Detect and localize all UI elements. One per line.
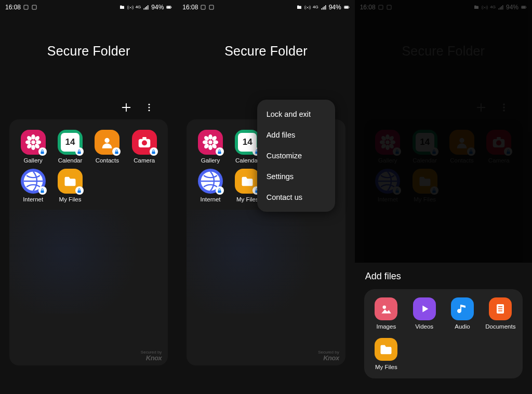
filetype-label: Documents bbox=[485, 323, 515, 330]
more-button[interactable] bbox=[143, 101, 155, 114]
signal-icon bbox=[143, 4, 149, 10]
network-label: 4G bbox=[313, 5, 318, 9]
app-card: Gallery14CalendarContactsCameraInternetM… bbox=[9, 119, 168, 365]
filetype-my-files[interactable]: My Files bbox=[367, 338, 405, 370]
menu-item-contact-us[interactable]: Contact us bbox=[257, 187, 335, 208]
secure-folder-status-icon bbox=[296, 4, 302, 10]
lock-badge-icon bbox=[38, 147, 47, 156]
battery-pct: 94% bbox=[329, 4, 341, 11]
app-gallery[interactable]: Gallery bbox=[192, 130, 229, 164]
screenshot2-icon bbox=[208, 4, 215, 10]
app-label: Gallery bbox=[201, 157, 220, 164]
screenshot-icon bbox=[23, 4, 29, 10]
cal14-icon: 14 bbox=[58, 130, 83, 155]
page-title: Secure Folder bbox=[177, 44, 354, 59]
battery-pct: 94% bbox=[151, 4, 164, 11]
app-calendar[interactable]: 14Calendar bbox=[51, 130, 88, 164]
add-files-sheet: Add files ImagesVideosAudioDocumentsMy F… bbox=[355, 263, 532, 394]
filetype-audio[interactable]: Audio bbox=[443, 297, 481, 330]
app-label: My Files bbox=[236, 196, 259, 202]
hotspot-icon bbox=[127, 4, 134, 10]
panel-1: 16:08 4G 94% Secure Folder Gallery14Cale… bbox=[0, 0, 177, 394]
lock-badge-icon bbox=[75, 147, 84, 156]
filetype-documents[interactable]: Documents bbox=[482, 297, 520, 330]
flower-icon bbox=[198, 130, 223, 155]
hotspot-icon bbox=[304, 4, 311, 10]
lock-badge-icon bbox=[75, 186, 84, 195]
filetype-label: My Files bbox=[375, 364, 397, 370]
panel-2: 16:08 4G 94% Secure Folder Gallery14Cale… bbox=[177, 0, 354, 394]
overflow-menu: Lock and exitAdd filesCustomizeSettingsC… bbox=[257, 100, 335, 212]
page-title: Secure Folder bbox=[0, 44, 177, 59]
menu-item-customize[interactable]: Customize bbox=[257, 145, 335, 166]
screenshot2-icon bbox=[31, 4, 37, 10]
menu-item-lock-and-exit[interactable]: Lock and exit bbox=[257, 104, 335, 125]
battery-icon bbox=[343, 4, 350, 10]
status-bar: 16:08 4G 94% bbox=[177, 0, 354, 15]
app-my-files[interactable]: My Files bbox=[51, 169, 88, 202]
filetype-label: Images bbox=[376, 323, 396, 330]
lock-badge-icon bbox=[112, 147, 121, 156]
app-label: Calendar bbox=[235, 157, 260, 164]
app-gallery[interactable]: Gallery bbox=[15, 130, 51, 164]
flower-icon bbox=[21, 130, 46, 155]
lock-badge-icon bbox=[150, 147, 158, 156]
app-label: Internet bbox=[23, 196, 43, 202]
folder-icon bbox=[235, 169, 260, 194]
app-label: Internet bbox=[200, 196, 220, 202]
cal14-icon: 14 bbox=[235, 130, 260, 155]
filetype-label: Videos bbox=[415, 323, 433, 330]
doc-icon bbox=[489, 297, 512, 320]
status-time: 16:08 bbox=[5, 4, 21, 11]
filetype-images[interactable]: Images bbox=[367, 297, 405, 330]
lock-badge-icon bbox=[216, 147, 224, 156]
globe-icon bbox=[198, 169, 223, 194]
app-contacts[interactable]: Contacts bbox=[89, 130, 126, 164]
menu-item-add-files[interactable]: Add files bbox=[257, 125, 335, 145]
app-label: Gallery bbox=[23, 157, 42, 164]
sheet-title: Add files bbox=[365, 271, 522, 282]
network-label: 4G bbox=[136, 5, 141, 9]
person-icon bbox=[95, 130, 119, 155]
folder-icon bbox=[58, 169, 83, 194]
signal-icon bbox=[321, 4, 327, 10]
filetype-videos[interactable]: Videos bbox=[405, 297, 443, 330]
globe-icon bbox=[21, 169, 46, 194]
app-internet[interactable]: Internet bbox=[192, 169, 229, 202]
filetype-label: Audio bbox=[455, 323, 470, 330]
lock-badge-icon bbox=[216, 186, 224, 195]
app-label: Camera bbox=[134, 157, 155, 164]
app-camera[interactable]: Camera bbox=[126, 130, 163, 164]
battery-icon bbox=[166, 4, 172, 10]
app-internet[interactable]: Internet bbox=[15, 169, 51, 202]
folder-icon bbox=[375, 338, 397, 361]
play-icon bbox=[413, 297, 436, 320]
status-bar: 16:08 4G 94% bbox=[0, 0, 177, 15]
image-icon bbox=[375, 297, 397, 320]
secure-folder-status-icon bbox=[119, 4, 125, 10]
status-time: 16:08 bbox=[182, 4, 198, 11]
camera-icon bbox=[132, 130, 157, 155]
lock-badge-icon bbox=[38, 186, 47, 195]
knox-badge: Secured by Knox bbox=[318, 350, 339, 361]
page-title-area: Secure Folder bbox=[0, 44, 177, 59]
app-label: Calendar bbox=[58, 157, 83, 164]
note-icon bbox=[451, 297, 474, 320]
app-label: My Files bbox=[59, 196, 82, 202]
panel-3: 16:08 4G 94% Secure Folder Gallery14Cale… bbox=[355, 0, 532, 394]
knox-badge: Secured by Knox bbox=[141, 350, 162, 361]
app-grid: Gallery14CalendarContactsCameraInternetM… bbox=[15, 130, 163, 202]
screenshot-icon bbox=[200, 4, 206, 10]
app-label: Contacts bbox=[96, 157, 119, 164]
add-button[interactable] bbox=[120, 101, 132, 114]
menu-item-settings[interactable]: Settings bbox=[257, 166, 335, 187]
